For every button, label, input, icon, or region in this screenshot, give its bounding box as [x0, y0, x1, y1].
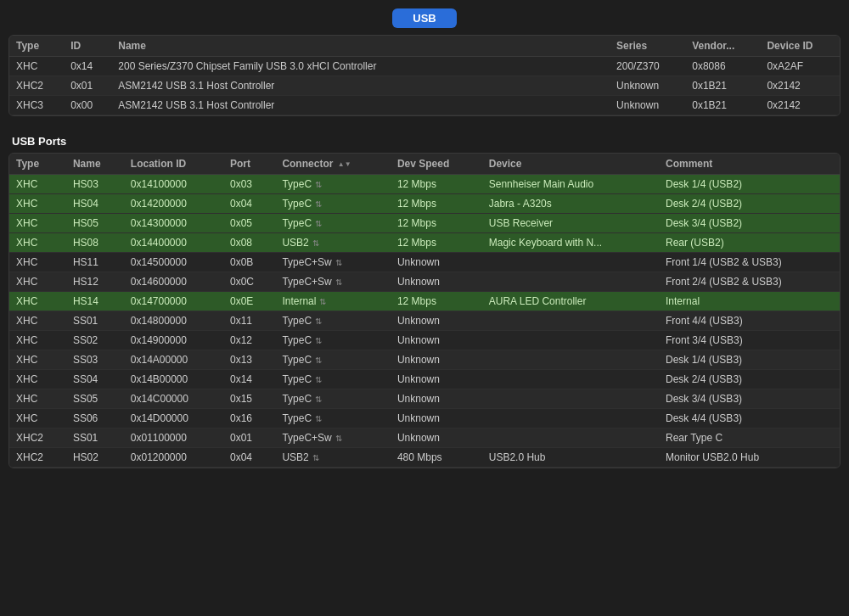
- table-cell: [482, 350, 659, 370]
- table-cell: XHC2: [9, 76, 64, 96]
- table-cell: 0x14: [64, 57, 111, 76]
- table-cell: 0x14700000: [124, 292, 223, 311]
- col-name: Name: [66, 154, 124, 175]
- table-row: XHCSS050x14C000000x15TypeC⇅UnknownDesk 3…: [9, 389, 840, 409]
- table-cell: 200 Series/Z370 Chipset Family USB 3.0 x…: [111, 57, 610, 76]
- table-cell: Monitor USB2.0 Hub: [659, 448, 840, 468]
- table-cell: 0x14C00000: [124, 389, 223, 409]
- table-cell: XHC: [9, 233, 66, 253]
- col-port: Port: [223, 154, 275, 175]
- table-cell: TypeC⇅: [275, 370, 391, 389]
- ports-header-row: Type Name Location ID Port Connector ▲▼ …: [9, 154, 840, 175]
- table-row: XHCHS030x141000000x03TypeC⇅12 MbpsSennhe…: [9, 175, 840, 194]
- table-cell: XHC: [9, 175, 66, 194]
- table-cell: 0x14100000: [124, 175, 223, 194]
- table-cell: Internal: [659, 292, 840, 311]
- table-row: XHCHS050x143000000x05TypeC⇅12 MbpsUSB Re…: [9, 214, 840, 233]
- table-cell: USB2⇅: [275, 448, 391, 468]
- table-cell: Unknown: [391, 370, 482, 389]
- sort-arrows-icon[interactable]: ⇅: [335, 259, 342, 267]
- sort-arrows-icon[interactable]: ⇅: [315, 337, 322, 345]
- table-cell: Magic Keyboard with N...: [482, 233, 659, 253]
- sort-arrows-icon[interactable]: ⇅: [315, 317, 322, 326]
- table-cell: 0x05: [223, 214, 275, 233]
- table-cell: SS04: [66, 370, 124, 389]
- table-cell: XHC: [9, 194, 66, 214]
- sort-arrows-icon[interactable]: ⇅: [315, 395, 322, 404]
- table-row: XHCSS010x148000000x11TypeC⇅UnknownFront …: [9, 311, 840, 331]
- sort-arrows-icon[interactable]: ⇅: [315, 415, 322, 423]
- table-cell: Front 3/4 (USB3): [659, 331, 840, 350]
- col-dev-speed: Dev Speed: [391, 154, 482, 175]
- table-row: XHCHS040x142000000x04TypeC⇅12 MbpsJabra …: [9, 194, 840, 214]
- sort-arrows-icon[interactable]: ⇅: [312, 239, 319, 248]
- table-cell: Desk 3/4 (USB3): [659, 389, 840, 409]
- sort-arrows-icon[interactable]: ⇅: [315, 356, 322, 365]
- table-cell: 12 Mbps: [391, 175, 482, 194]
- table-cell: 0x14B00000: [124, 370, 223, 389]
- ports-section: Type Name Location ID Port Connector ▲▼ …: [8, 153, 841, 468]
- table-cell: ASM2142 USB 3.1 Host Controller: [111, 96, 610, 115]
- col-comment: Comment: [659, 154, 840, 175]
- table-cell: SS01: [66, 428, 124, 448]
- table-cell: XHC: [9, 311, 66, 331]
- table-cell: HS02: [66, 448, 124, 468]
- table-cell: USB2.0 Hub: [482, 448, 659, 468]
- table-cell: HS14: [66, 292, 124, 311]
- table-cell: 0x14600000: [124, 272, 223, 292]
- col-location-id: Location ID: [124, 154, 223, 175]
- table-row: XHC30x00ASM2142 USB 3.1 Host ControllerU…: [9, 96, 840, 115]
- sort-arrows-icon[interactable]: ⇅: [315, 376, 322, 384]
- usb-title: USB: [392, 8, 456, 28]
- table-cell: 0x1B21: [685, 96, 760, 115]
- ports-section-title: USB Ports: [8, 126, 841, 153]
- controllers-section: Type ID Name Series Vendor... Device ID …: [8, 35, 841, 116]
- table-cell: XHC: [9, 214, 66, 233]
- table-cell: Unknown: [391, 409, 482, 428]
- sort-arrows-icon[interactable]: ⇅: [312, 454, 319, 462]
- sort-arrows-icon[interactable]: ⇅: [315, 181, 322, 189]
- table-cell: 0x00: [64, 96, 111, 115]
- table-cell: Desk 4/4 (USB3): [659, 409, 840, 428]
- table-cell: 0x14300000: [124, 214, 223, 233]
- table-cell: Unknown: [391, 389, 482, 409]
- table-cell: Front 4/4 (USB3): [659, 311, 840, 331]
- table-cell: 0x01: [64, 76, 111, 96]
- table-cell: AURA LED Controller: [482, 292, 659, 311]
- col-type: Type: [9, 36, 64, 57]
- table-row: XHC0x14200 Series/Z370 Chipset Family US…: [9, 57, 840, 76]
- table-cell: 12 Mbps: [391, 214, 482, 233]
- table-cell: 0x13: [223, 350, 275, 370]
- ports-table: Type Name Location ID Port Connector ▲▼ …: [9, 154, 840, 468]
- table-cell: Desk 1/4 (USB2): [659, 175, 840, 194]
- table-cell: 0x16: [223, 409, 275, 428]
- controllers-header-row: Type ID Name Series Vendor... Device ID: [9, 36, 840, 57]
- table-cell: [482, 272, 659, 292]
- sort-arrows-icon[interactable]: ⇅: [315, 200, 322, 209]
- table-cell: Desk 3/4 (USB2): [659, 214, 840, 233]
- table-cell: 0xA2AF: [760, 57, 840, 76]
- table-row: XHC2SS010x011000000x01TypeC+Sw⇅UnknownRe…: [9, 428, 840, 448]
- table-cell: SS03: [66, 350, 124, 370]
- sort-arrows-icon[interactable]: ⇅: [335, 434, 342, 443]
- table-cell: 0x04: [223, 448, 275, 468]
- table-cell: XHC3: [9, 96, 64, 115]
- table-cell: 0x01: [223, 428, 275, 448]
- table-cell: 480 Mbps: [391, 448, 482, 468]
- table-cell: HS05: [66, 214, 124, 233]
- sort-arrows-icon[interactable]: ⇅: [319, 298, 326, 306]
- table-cell: 0x0B: [223, 253, 275, 272]
- table-cell: SS05: [66, 389, 124, 409]
- table-cell: TypeC⇅: [275, 389, 391, 409]
- table-cell: Unknown: [391, 253, 482, 272]
- sort-arrows-icon[interactable]: ⇅: [335, 278, 342, 287]
- table-cell: XHC2: [9, 428, 66, 448]
- table-row: XHCSS020x149000000x12TypeC⇅UnknownFront …: [9, 331, 840, 350]
- table-cell: [482, 428, 659, 448]
- table-cell: 0x14200000: [124, 194, 223, 214]
- table-cell: 0x12: [223, 331, 275, 350]
- table-cell: Sennheiser Main Audio: [482, 175, 659, 194]
- table-cell: 12 Mbps: [391, 194, 482, 214]
- sort-arrows-icon[interactable]: ⇅: [315, 220, 322, 228]
- table-cell: Rear Type C: [659, 428, 840, 448]
